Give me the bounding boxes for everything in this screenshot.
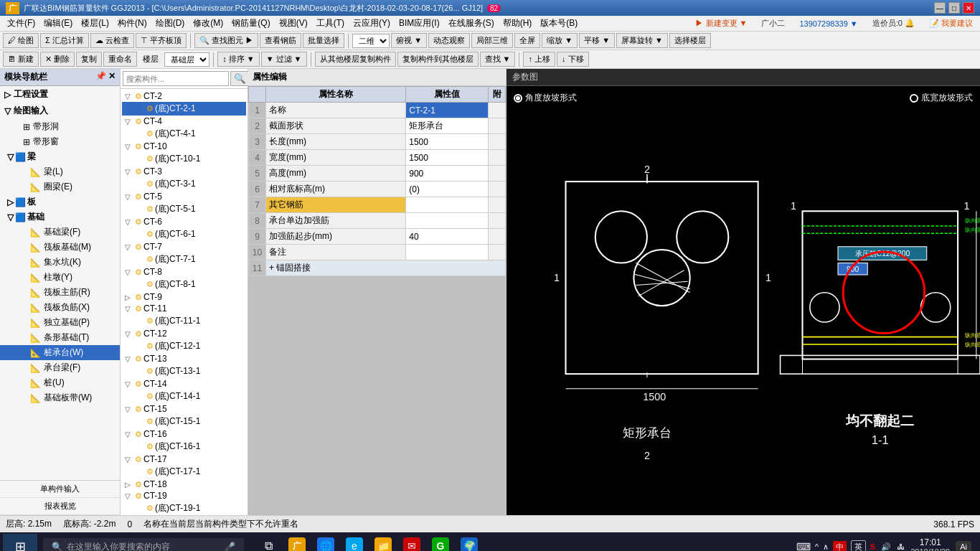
taskbar-app-glida[interactable]: 广 bbox=[284, 534, 310, 551]
tree-node-14[interactable]: ▽⚙CT-8 bbox=[122, 266, 246, 278]
new-change-btn[interactable]: ▶ 新建变更 ▼ bbox=[691, 17, 751, 30]
menu-file[interactable]: 文件(F) bbox=[3, 16, 39, 31]
draw-input-title[interactable]: ▽ 绘图输入 bbox=[0, 103, 120, 119]
nav-group-foundation[interactable]: ▽ 🟦 基础 bbox=[0, 209, 120, 225]
calc-btn[interactable]: Σ 汇总计算 bbox=[40, 33, 89, 48]
tree-node-5[interactable]: ⚙(底)CT-10-1 bbox=[122, 152, 246, 166]
minimize-button[interactable]: — bbox=[934, 2, 946, 14]
suggest-btn[interactable]: 📝 我要建议 bbox=[925, 17, 977, 30]
menu-bim[interactable]: BIM应用(I) bbox=[395, 16, 444, 31]
expand-cell[interactable]: + 锚固搭接 bbox=[266, 260, 506, 276]
menu-edit[interactable]: 编辑(E) bbox=[39, 16, 77, 31]
props-row-6[interactable]: 7 其它钢筋 bbox=[249, 197, 506, 213]
view-rebar-btn[interactable]: 查看钢筋 bbox=[260, 33, 301, 48]
zoom-btn[interactable]: 缩放 ▼ bbox=[542, 33, 578, 48]
tree-node-15[interactable]: ⚙(底)CT-8-1 bbox=[122, 278, 246, 291]
prop-value[interactable]: 1500 bbox=[406, 150, 489, 166]
props-row-1[interactable]: 2 截面形状 矩形承台 bbox=[249, 118, 506, 134]
copy-from-floor-btn[interactable]: 从其他楼层复制构件 bbox=[315, 52, 396, 67]
nav-item-column-cap[interactable]: 📐 柱墩(Y) bbox=[0, 270, 120, 285]
taskbar-app-ie[interactable]: e bbox=[341, 534, 367, 551]
guang-xiao-er[interactable]: 广小二 bbox=[757, 17, 789, 30]
prop-value[interactable]: CT-2-1 bbox=[406, 103, 489, 118]
props-row-7[interactable]: 8 承台单边加强筋 bbox=[249, 213, 506, 229]
tree-node-33[interactable]: ⚙(底)CT-19-1 bbox=[122, 501, 246, 515]
menu-floor[interactable]: 楼层(L) bbox=[77, 16, 113, 31]
tree-node-10[interactable]: ▽⚙CT-6 bbox=[122, 216, 246, 227]
tray-en[interactable]: 英 bbox=[851, 540, 866, 552]
tree-node-28[interactable]: ⚙(底)CT-16-1 bbox=[122, 440, 246, 453]
prop-value[interactable]: 40 bbox=[406, 229, 489, 245]
find-elem-btn[interactable]: 🔍 查找图元 ▶ bbox=[194, 33, 258, 48]
select-floor-btn[interactable]: 选择楼层 bbox=[669, 33, 711, 48]
nav-item-isolated[interactable]: 📐 独立基础(P) bbox=[0, 315, 120, 330]
rotate-btn[interactable]: 屏幕旋转 ▼ bbox=[616, 33, 668, 48]
taskbar-app-globe[interactable]: 🌍 bbox=[456, 534, 482, 551]
tree-node-16[interactable]: ▷⚙CT-9 bbox=[122, 291, 246, 303]
prop-value[interactable]: 矩形承台 bbox=[406, 118, 489, 134]
prop-value[interactable]: 900 bbox=[406, 166, 489, 182]
prop-value[interactable] bbox=[406, 197, 489, 213]
tree-node-19[interactable]: ▽⚙CT-12 bbox=[122, 328, 246, 339]
menu-rebar[interactable]: 钢筋量(Q) bbox=[227, 16, 274, 31]
copy-btn[interactable]: 复制 bbox=[76, 52, 102, 67]
search-input[interactable] bbox=[123, 71, 229, 86]
tree-node-8[interactable]: ▽⚙CT-5 bbox=[122, 191, 246, 202]
menu-online[interactable]: 在线服务(S) bbox=[444, 16, 499, 31]
menu-component[interactable]: 构件(N) bbox=[113, 16, 151, 31]
menu-version[interactable]: 版本号(B) bbox=[536, 16, 582, 31]
tree-node-3[interactable]: ⚙(底)CT-4-1 bbox=[122, 127, 246, 141]
view-top-btn[interactable]: 俯视 ▼ bbox=[391, 33, 427, 48]
tray-zh[interactable]: 中 bbox=[833, 541, 847, 552]
tree-node-1[interactable]: ⚙(底)CT-2-1 bbox=[122, 102, 246, 116]
props-row-8[interactable]: 9 加强筋起步(mm) 40 bbox=[249, 229, 506, 245]
taskbar-search-box[interactable]: 🔍 在这里输入你要搜索的内容 🎤 bbox=[43, 538, 244, 552]
tree-node-29[interactable]: ▽⚙CT-17 bbox=[122, 453, 246, 465]
menu-help[interactable]: 帮助(H) bbox=[499, 16, 537, 31]
nav-item-strip-hole[interactable]: ⊞ 带形洞 bbox=[0, 119, 120, 134]
props-row-5[interactable]: 6 相对底标高(m) (0) bbox=[249, 182, 506, 197]
nav-item-sump[interactable]: 📐 集水坑(K) bbox=[0, 255, 120, 270]
tree-node-23[interactable]: ▽⚙CT-14 bbox=[122, 378, 246, 390]
tree-node-11[interactable]: ⚙(底)CT-6-1 bbox=[122, 227, 246, 241]
taskbar-app-taskview[interactable]: ⧉ bbox=[255, 534, 281, 551]
section-draw-input[interactable]: ▽ 绘图输入 bbox=[0, 103, 120, 119]
user-info[interactable]: 13907298339 ▼ bbox=[795, 18, 862, 29]
radio-width-slope[interactable]: 底宽放坡形式 bbox=[910, 92, 973, 104]
tree-node-31[interactable]: ▷⚙CT-18 bbox=[122, 479, 246, 490]
maximize-button[interactable]: □ bbox=[948, 2, 960, 14]
props-row-10[interactable]: 11 + 锚固搭接 bbox=[249, 260, 506, 276]
nav-item-pile-cap[interactable]: 📐 桩承台(W) bbox=[0, 345, 120, 360]
copy-to-floor-btn[interactable]: 复制构件到其他楼层 bbox=[397, 52, 479, 67]
prop-value[interactable]: (0) bbox=[406, 182, 489, 197]
tree-node-22[interactable]: ⚙(底)CT-13-1 bbox=[122, 364, 246, 378]
section-project-settings[interactable]: ▷ 工程设置 bbox=[0, 86, 120, 103]
rename-btn[interactable]: 重命名 bbox=[103, 52, 137, 67]
navigator-pin[interactable]: 📌 ✕ bbox=[95, 71, 116, 83]
nav-item-strip-window[interactable]: ⊞ 带形窗 bbox=[0, 134, 120, 149]
fullscreen-btn[interactable]: 全屏 bbox=[514, 33, 540, 48]
project-settings-title[interactable]: ▷ 工程设置 bbox=[0, 86, 120, 103]
clock[interactable]: 17:01 2018/10/29 bbox=[910, 537, 950, 551]
nav-item-raft-neg[interactable]: 📐 筏板负筋(X) bbox=[0, 300, 120, 315]
tree-node-30[interactable]: ⚙(底)CT-17-1 bbox=[122, 465, 246, 479]
tree-node-32[interactable]: ▽⚙CT-19 bbox=[122, 490, 246, 501]
props-row-3[interactable]: 4 宽度(mm) 1500 bbox=[249, 150, 506, 166]
tray-up[interactable]: ∧ bbox=[823, 542, 829, 552]
tray-keyboard[interactable]: ⌨ bbox=[796, 541, 811, 551]
menu-tools[interactable]: 工具(T) bbox=[312, 16, 349, 31]
move-down-btn[interactable]: ↓ 下移 bbox=[557, 52, 589, 67]
filter-btn[interactable]: ▼ 过滤 ▼ bbox=[261, 52, 307, 67]
pan-btn[interactable]: 平移 ▼ bbox=[579, 33, 615, 48]
menu-view[interactable]: 视图(V) bbox=[275, 16, 312, 31]
prop-value[interactable]: 1500 bbox=[406, 134, 489, 150]
nav-group-beam[interactable]: ▽ 🟦 梁 bbox=[0, 149, 120, 164]
taskbar-app-mail[interactable]: ✉ bbox=[399, 534, 425, 551]
menu-modify[interactable]: 修改(M) bbox=[189, 16, 227, 31]
tree-node-6[interactable]: ▽⚙CT-3 bbox=[122, 166, 246, 177]
tree-node-20[interactable]: ⚙(底)CT-12-1 bbox=[122, 339, 246, 353]
close-button[interactable]: ✕ bbox=[963, 2, 974, 14]
tray-sogou[interactable]: S bbox=[870, 542, 875, 551]
nav-item-foundation-band[interactable]: 📐 基础板带(W) bbox=[0, 390, 120, 405]
dynamic-obs-btn[interactable]: 动态观察 bbox=[428, 33, 470, 48]
